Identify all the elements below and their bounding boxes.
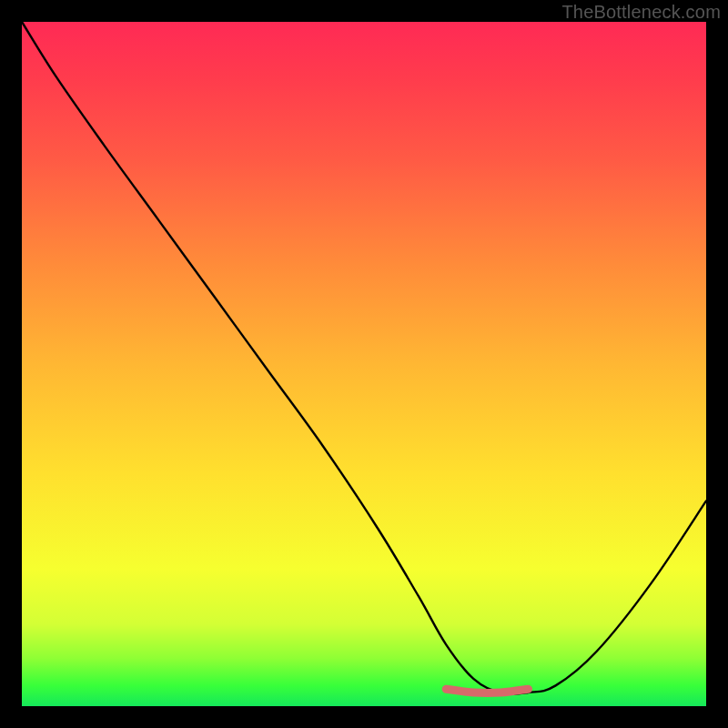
chart-frame: TheBottleneck.com [0,0,728,728]
bottleneck-curve [22,22,706,694]
plot-area [22,22,706,706]
curve-layer [22,22,706,706]
highlight-segment [446,689,528,693]
watermark-text: TheBottleneck.com [561,2,721,23]
